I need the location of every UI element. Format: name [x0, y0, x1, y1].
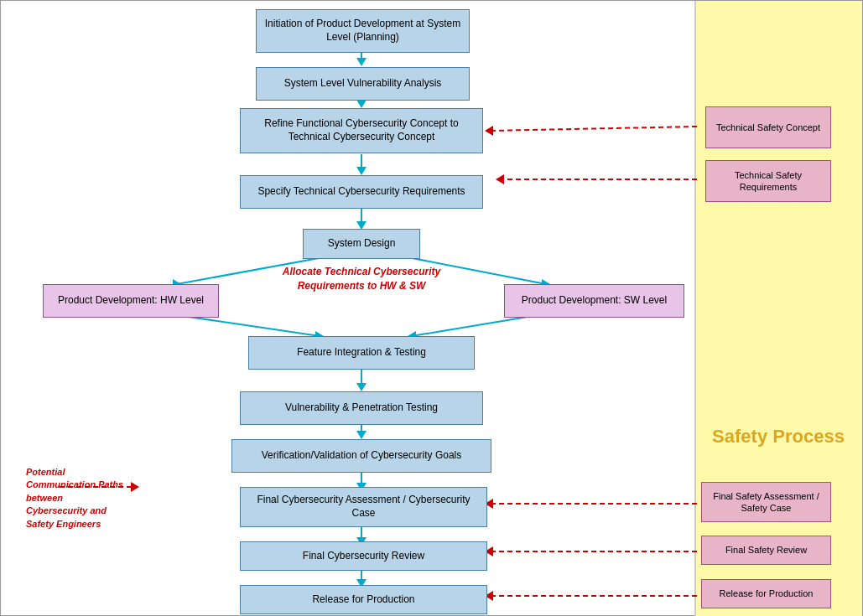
comm-paths-label: Potential Communication Paths between Cy…	[26, 466, 127, 531]
final-safety-assessment-box: Final Safety Assessment / Safety Case	[701, 482, 831, 522]
svg-marker-37	[131, 482, 139, 492]
final-review-box: Final Cybersecurity Review	[240, 541, 487, 571]
system-design-box: System Design	[303, 229, 420, 259]
svg-line-12	[177, 315, 320, 336]
initiation-box: Initiation of Product Development at Sys…	[256, 9, 470, 53]
specify-requirements-box: Specify Technical Cybersecurity Requirem…	[240, 175, 483, 209]
svg-marker-1	[356, 58, 367, 66]
sw-development-box: Product Development: SW Level	[504, 284, 684, 318]
final-assessment-box: Final Cybersecurity Assessment / Cyberse…	[240, 487, 487, 527]
svg-marker-17	[356, 383, 367, 391]
svg-marker-3	[356, 100, 367, 108]
safety-panel: Safety Process	[694, 1, 862, 616]
verification-box: Verification/Validation of Cybersecurity…	[231, 439, 491, 473]
svg-marker-29	[496, 174, 504, 184]
vulnerability-analysis-box: System Level Vulnerability Analysis	[256, 67, 470, 101]
svg-marker-5	[356, 167, 367, 175]
technical-safety-concept-box: Technical Safety Concept	[705, 106, 831, 148]
refine-concept-box: Refine Functional Cybersecurity Concept …	[240, 108, 483, 153]
vuln-penetration-box: Vulnerability & Penetration Testing	[240, 391, 483, 425]
svg-line-14	[412, 315, 538, 336]
allocate-label: Allocate Technical Cybersecurity Require…	[278, 265, 445, 293]
svg-marker-19	[356, 431, 367, 439]
svg-marker-27	[485, 126, 493, 136]
release-box: Release for Production	[240, 585, 487, 614]
final-safety-review-box: Final Safety Review	[701, 536, 831, 565]
hw-development-box: Product Development: HW Level	[43, 284, 219, 318]
svg-line-26	[489, 127, 697, 131]
safety-release-box: Release for Production	[701, 579, 831, 608]
safety-process-label: Safety Process	[711, 425, 845, 449]
feature-integration-box: Feature Integration & Testing	[248, 336, 475, 370]
technical-safety-requirements-box: Technical Safety Requirements	[705, 160, 831, 202]
diagram-container: Safety Process	[0, 0, 863, 616]
